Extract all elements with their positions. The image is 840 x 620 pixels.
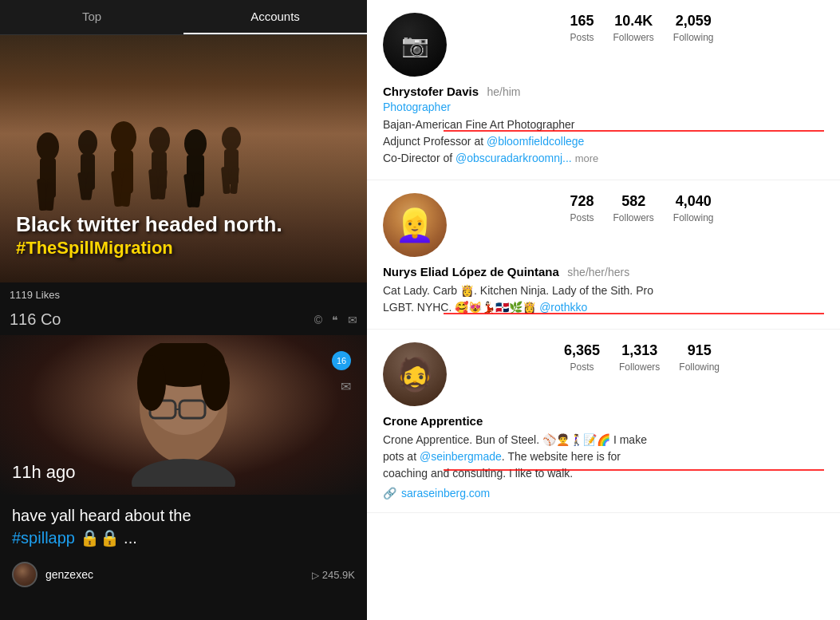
profile-entry-3: 6,365 Posts 1,313 Followers 915 Followin… (367, 330, 840, 513)
svg-point-16 (184, 129, 207, 158)
bottom-text: have yall heard about the #spillapp 🔒🔒 .… (0, 495, 367, 555)
tab-top[interactable]: Top (0, 0, 183, 34)
bottom-footer: genzexec ▷ 245.9K (0, 555, 367, 594)
profile-pronoun-1: he/him (487, 85, 521, 98)
ellipsis: ... (124, 529, 137, 547)
bio-line2-3: pots at (383, 450, 420, 463)
post-image-1: Black twitter headed north. #TheSpillMig… (0, 35, 367, 282)
profile-info-1: Chrystofer Davis he/him Photographer Baj… (383, 77, 824, 167)
bio-line1-1: Bajan-American Fine Art Photographer (383, 118, 574, 131)
profile-name-2[interactable]: Nurys Eliad López de Quintana (383, 265, 559, 278)
stat-posts-3: 6,365 Posts (564, 342, 600, 373)
followers-label-2: Followers (613, 212, 653, 223)
bio-mention1-1[interactable]: @bloomfieldcollege (487, 135, 584, 148)
profile-header-2: 728 Posts 582 Followers 4,040 Following (383, 193, 824, 257)
red-underline-3 (444, 469, 824, 471)
stat-posts-2: 728 Posts (570, 193, 594, 224)
post-image-hashtag: #TheSpillMigration (16, 238, 351, 259)
post-image-text: Black twitter headed north. (16, 212, 351, 237)
profile-avatar-2[interactable] (383, 193, 447, 257)
posts-number-2: 728 (570, 193, 594, 210)
following-number-3: 915 (679, 342, 720, 359)
link-icon: 🔗 (383, 487, 396, 500)
stat-followers-2: 582 Followers (613, 193, 653, 224)
quote-icon[interactable]: ❝ (332, 314, 338, 326)
view-count-number: 245.9K (322, 569, 355, 581)
tab-accounts[interactable]: Accounts (183, 0, 367, 34)
right-panel: 165 Posts 10.4K Followers 2,059 Followin… (367, 0, 840, 620)
svg-point-8 (111, 121, 136, 153)
posts-number-1: 165 (570, 13, 594, 30)
followers-number-2: 582 (613, 193, 653, 210)
following-number-1: 2,059 (673, 13, 714, 30)
profile-header-3: 6,365 Posts 1,313 Followers 915 Followin… (383, 342, 824, 406)
following-label-1: Following (673, 32, 714, 43)
profile-entry-2: 728 Posts 582 Followers 4,040 Following … (367, 180, 840, 330)
stat-posts-1: 165 Posts (570, 13, 594, 44)
profile-name-3[interactable]: Crone Apprentice (383, 414, 483, 428)
svg-point-4 (78, 130, 97, 156)
svg-point-30 (137, 355, 166, 411)
bio-line3-1: Co-Director of (383, 152, 455, 164)
profile-category-1[interactable]: Photographer (383, 101, 824, 113)
view-count: ▷ 245.9K (312, 569, 355, 581)
svg-point-20 (222, 127, 241, 151)
badge-16: 16 (332, 351, 351, 370)
post-bottom-section: 116 Co © ❝ ✉ (0, 304, 367, 335)
bio-more-1[interactable]: more (575, 152, 599, 164)
comment-count-prefix: 116 Co (10, 310, 61, 329)
profile-info-3: Crone Apprentice Crone Apprentice. Bun o… (383, 406, 824, 500)
hashtag-spillapp[interactable]: #spillapp (12, 529, 75, 547)
bio-line1-2: Cat Lady. Carb 👸. Kitchen Ninja. Lady of… (383, 284, 653, 297)
profile-avatar-1[interactable] (383, 13, 447, 77)
bottom-text-main: have yall heard about the (12, 507, 191, 524)
following-number-2: 4,040 (673, 193, 714, 210)
share-icon[interactable]: ✉ (341, 379, 351, 394)
bio-line2-2: LGBT. NYHC. 🥰😻💃🏻🇩🇴🌿👸 (383, 301, 539, 314)
bio-mention2-1[interactable]: @obscuradarkroomnj... (455, 152, 572, 164)
profile-bio-1: Bajan-American Fine Art Photographer Adj… (383, 116, 824, 167)
following-label-2: Following (673, 212, 714, 223)
stat-following-1: 2,059 Following (673, 13, 714, 44)
posts-label-2: Posts (570, 212, 594, 223)
profile-entry-1: 165 Posts 10.4K Followers 2,059 Followin… (367, 0, 840, 180)
svg-point-12 (149, 127, 170, 154)
tabs-bar: Top Accounts (0, 0, 367, 35)
user-avatar-small (12, 562, 37, 587)
followers-label-1: Followers (613, 32, 653, 43)
profile-name-1[interactable]: Chrystofer Davis (383, 85, 479, 98)
stat-followers-1: 10.4K Followers (613, 13, 653, 44)
followers-number-3: 1,313 (619, 342, 660, 359)
username-label[interactable]: genzexec (45, 568, 93, 581)
lock-emojis: 🔒🔒 (80, 529, 124, 547)
profile-stats-1: 165 Posts 10.4K Followers 2,059 Followin… (459, 13, 824, 44)
website-link-3[interactable]: saraseinberg.com (401, 487, 490, 500)
selfie-section: 11h ago 16 ✉ (0, 335, 367, 495)
website-row-3: 🔗 saraseinberg.com (383, 487, 824, 500)
mail-icon[interactable]: ✉ (348, 314, 357, 326)
posts-label-3: Posts (570, 361, 594, 373)
like-count: 1119 Likes (10, 289, 60, 301)
profile-info-2: Nurys Eliad López de Quintana she/her/he… (383, 257, 824, 316)
followers-label-3: Followers (619, 361, 660, 373)
followers-number-1: 10.4K (613, 13, 653, 30)
red-underline-2 (444, 313, 824, 314)
stat-following-3: 915 Following (679, 342, 720, 373)
play-icon: ▷ (312, 570, 321, 581)
posts-label-1: Posts (570, 32, 594, 43)
profile-bio-3: Crone Apprentice. Bun of Steel. ⚾🧑‍🦱🚶‍♀️… (383, 432, 824, 482)
post-image-overlay: Black twitter headed north. #TheSpillMig… (16, 212, 351, 259)
profile-header-1: 165 Posts 10.4K Followers 2,059 Followin… (383, 13, 824, 77)
post-card-2: 11h ago 16 ✉ have yall heard about the #… (0, 335, 367, 594)
svg-point-0 (37, 132, 59, 161)
bio-mention1-3[interactable]: @seinbergmade (420, 450, 502, 463)
icon-row: ✉ (341, 379, 351, 394)
post-actions: © ❝ ✉ (314, 314, 357, 326)
bio-mention1-2[interactable]: @rothkko (539, 301, 587, 314)
red-underline-1 (444, 130, 824, 132)
stat-following-2: 4,040 Following (673, 193, 714, 224)
following-label-3: Following (679, 361, 720, 373)
copyright-icon[interactable]: © (314, 314, 322, 326)
time-ago: 11h ago (12, 462, 76, 483)
profile-avatar-3[interactable] (383, 342, 447, 406)
